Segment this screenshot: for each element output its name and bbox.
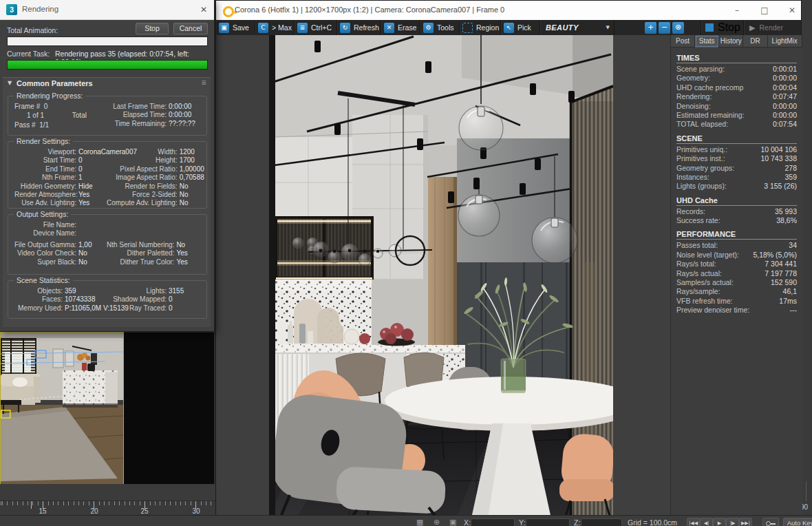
stats-row: Rays/s actual:7 197 778: [676, 269, 797, 278]
snap-icon[interactable]: ⊕: [434, 518, 440, 526]
render-element-dropdown[interactable]: BEAUTY ▼: [540, 20, 615, 35]
viewport-outside-frame[interactable]: [124, 333, 214, 485]
z-coordinate-field[interactable]: [581, 518, 622, 526]
tab-post[interactable]: Post: [671, 35, 695, 48]
setting-row: Start Time:0: [14, 156, 107, 165]
vfb-toolbar: ▣ Save C > Max ≣ Ctrl+C ↻ Refresh ✕ Eras…: [216, 20, 801, 35]
go-to-start-button[interactable]: |◀◀: [687, 518, 700, 526]
selection-lock-icon[interactable]: ▦: [416, 518, 423, 526]
ruler-mark: 20: [89, 507, 100, 515]
render-settings-group: Render Settings: Viewport:CoronaCamera00…: [8, 141, 207, 209]
render-image[interactable]: [269, 35, 613, 516]
close-button[interactable]: ✕: [782, 3, 802, 17]
play-button[interactable]: ▶: [713, 518, 726, 526]
progress-row: Last Frame Time:0:00:00: [107, 103, 200, 111]
3dsmax-icon: 3: [6, 4, 17, 15]
zoom-out-button[interactable]: −: [659, 22, 670, 34]
stat-row: Shadow Mapped:0: [107, 295, 200, 304]
stat-row: Memory Used:P:11065,0M V:15139: [14, 304, 107, 313]
dialog-title-bar[interactable]: 3 Rendering ✕: [0, 0, 214, 20]
tab-dr[interactable]: DR: [743, 35, 767, 48]
stats-row: Lights (groups):3 155 (26): [676, 182, 797, 191]
next-frame-button[interactable]: |▶: [726, 518, 739, 526]
viewport-camera-view[interactable]: [1, 333, 123, 484]
zoom-controls: + − ⊗: [645, 22, 684, 34]
output-settings-group: Output Settings: File Name: Device Name:: [8, 214, 207, 275]
rollout-menu-icon: ≣: [201, 79, 206, 86]
tab-lightmix[interactable]: LightMix: [768, 35, 802, 48]
stats-row: Primitives uniq.:10 004 106: [676, 145, 797, 154]
stats-row: Noise level (target):5,18% (5,0%): [676, 251, 797, 260]
cancel-button[interactable]: Cancel: [173, 23, 208, 34]
section-header-times: TIMES: [676, 49, 797, 63]
dialog-close-button[interactable]: ✕: [198, 4, 209, 15]
minimize-button[interactable]: –: [727, 3, 747, 17]
rollout-header[interactable]: ▼ Common Parameters ≣: [3, 78, 211, 90]
stop-icon: [705, 23, 714, 32]
previous-frame-button[interactable]: ◀|: [700, 518, 713, 526]
refresh-button[interactable]: ↻ Refresh: [337, 20, 381, 35]
stop-button[interactable]: Stop: [136, 23, 169, 34]
play-icon: ▶: [749, 23, 755, 32]
send-to-max-button[interactable]: C > Max: [255, 20, 295, 35]
zoom-reset-button[interactable]: ⊗: [672, 22, 684, 34]
stats-row: TOTAL elapsed:0:07:54: [676, 120, 797, 129]
stat-row: Ray Traced:0: [107, 304, 200, 313]
stop-render-button[interactable]: Stop: [701, 20, 743, 35]
timeline-right-edge: 90: [802, 0, 812, 526]
stats-row: Geometry:0:00:00: [676, 74, 797, 83]
tools-button[interactable]: ⚙ Tools: [420, 20, 460, 35]
setting-row: End Time:0: [14, 165, 107, 173]
vfb-panel-tabs: Post Stats History DR LightMix: [671, 35, 802, 48]
stats-row: Scene parsing:0:00:01: [676, 65, 797, 74]
stats-row: Passes total:34: [676, 241, 797, 250]
total-animation-progress-bar: [7, 36, 208, 46]
save-button[interactable]: ▣ Save: [216, 20, 255, 35]
setting-row: Render to Fields:No: [107, 182, 211, 191]
viewport-lower-strip: [0, 484, 215, 501]
stats-row: Preview denoiser time:---: [676, 306, 797, 315]
erase-button[interactable]: ✕ Erase: [381, 20, 420, 35]
corona-vfb-window: Corona 6 (Hotfix 1) | 1200×1700px (1:2) …: [215, 0, 802, 526]
auto-key-toggle[interactable]: Auto Key: [783, 518, 812, 526]
gear-icon: ⚙: [423, 23, 434, 33]
setting-row: File Output Gamma:1,00: [14, 241, 107, 249]
stats-row: Primitives inst.:10 743 338: [676, 154, 797, 163]
region-button[interactable]: Region: [460, 20, 501, 35]
coordinates-icon[interactable]: ▣: [449, 518, 456, 526]
pick-button[interactable]: ↖ Pick: [501, 20, 540, 35]
set-key-button[interactable]: [762, 518, 779, 526]
stats-row: Rays/s total:7 304 441: [676, 260, 797, 269]
zoom-in-button[interactable]: +: [645, 22, 656, 34]
setting-row: Device Name:: [14, 229, 107, 238]
erase-icon: ✕: [384, 23, 394, 33]
stat-row: Lights:3155: [107, 287, 200, 295]
stats-row: Samples/s actual:152 590: [676, 278, 797, 287]
common-parameters-rollout: ▼ Common Parameters ≣ Rendering Progress…: [3, 77, 211, 327]
vfb-side-panel: Post Stats History DR LightMix TIMES Sce…: [670, 35, 802, 516]
go-to-end-button[interactable]: ▶▶|: [739, 518, 752, 526]
maximize-button[interactable]: □: [754, 3, 775, 17]
tab-stats[interactable]: Stats: [695, 35, 719, 48]
setting-row: Use Adv. Lighting:Yes: [14, 199, 107, 207]
time-slider-ruler[interactable]: 15 20 25 30: [0, 501, 215, 516]
x-coordinate-field[interactable]: [471, 518, 515, 526]
y-coordinate-field[interactable]: [526, 518, 570, 526]
stats-row: Denoising:0:00:00: [676, 102, 797, 111]
current-task-progress-bar: [7, 60, 208, 70]
stats-row: Instances:359: [676, 173, 797, 182]
copy-button[interactable]: ≣ Ctrl+C: [295, 20, 337, 35]
vfb-title-bar[interactable]: Corona 6 (Hotfix 1) | 1200×1700px (1:2) …: [216, 1, 801, 21]
setting-row: Force 2-Sided:No: [107, 191, 211, 199]
grid-size-label: Grid = 100.0cm: [628, 518, 677, 526]
setting-row: Nth Frame:1: [14, 173, 107, 182]
tab-history[interactable]: History: [719, 35, 743, 48]
render-button-disabled[interactable]: ▶ Render: [743, 20, 801, 35]
ruler-mark: 25: [139, 507, 150, 515]
progress-row: Elapsed Time:0:00:00: [107, 111, 200, 119]
copy-icon: ≣: [297, 23, 308, 33]
corona-icon: C: [258, 23, 268, 33]
y-label: Y:: [519, 518, 525, 526]
render-progress-dialog: 3 Rendering ✕ Total Animation: Stop Canc…: [0, 0, 215, 332]
max-viewport[interactable]: [0, 331, 215, 501]
